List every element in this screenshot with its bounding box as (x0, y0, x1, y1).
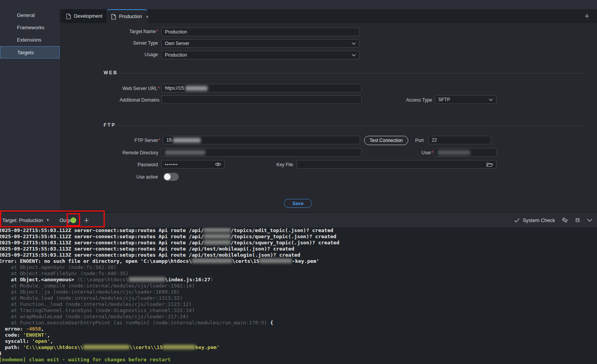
console-line: errno: -4058, (0, 326, 597, 332)
console-line: at Function._load (node:internal/modules… (0, 301, 597, 307)
console-line: } (0, 351, 597, 357)
settings-sidebar: General Frameworks Extensions Targets (0, 9, 60, 212)
use-active-label: Use active (81, 174, 158, 180)
ftp-server-input[interactable]: 15 (163, 136, 360, 144)
ftp-section-title: FTP (104, 122, 116, 128)
caret-down-icon: ▼ (46, 218, 50, 222)
redacted-value (438, 150, 470, 155)
target-name-input[interactable]: Production (161, 28, 359, 36)
console-line: at Object..js (node:internal/modules/cjs… (0, 289, 597, 295)
check-icon (514, 218, 520, 222)
console-line: path: 'C:\\xampp\\htdocs\\\\certs\\15key… (0, 344, 597, 351)
additional-domains-input[interactable] (161, 95, 362, 104)
redacted-value (83, 345, 129, 349)
bug-icon[interactable] (574, 217, 581, 224)
eye-icon[interactable] (215, 162, 221, 167)
chevron-down-icon (352, 42, 356, 45)
redacted-value (163, 345, 195, 349)
console-line: at wrapModuleLoad (node:internal/modules… (0, 314, 597, 320)
console-output: 2025-09-22T15:55:03.112Z server-connect:… (0, 227, 597, 363)
console-line: 2025-09-22T15:55:03.113Z server-connect:… (0, 240, 597, 246)
add-tab-button[interactable]: + (582, 12, 592, 21)
app-window: General Frameworks Extensions Targets De… (0, 0, 597, 364)
status-running-dot[interactable] (70, 217, 76, 223)
use-active-toggle[interactable] (163, 173, 179, 181)
web-section-title: WEB (104, 70, 118, 75)
user-input[interactable] (434, 148, 497, 157)
redacted-value (204, 228, 231, 232)
output-panel-header: Target: Production ▼ Output + System Che… (0, 212, 597, 227)
user-label: User* (402, 150, 433, 156)
redacted-value (204, 234, 231, 239)
key-file-label: Key File (255, 162, 293, 168)
sidebar-item-general[interactable]: General (0, 9, 60, 22)
console-line: 2025-09-22T15:55:03.112Z server-connect:… (0, 234, 597, 240)
chevron-down-icon (489, 99, 493, 101)
title-bar (0, 0, 597, 9)
target-selector-dropdown[interactable]: Target: Production ▼ (2, 217, 49, 223)
file-icon (111, 14, 116, 20)
console-line: at Object.openSync (node:fs:562:18) (0, 264, 597, 270)
required-mark: * (156, 29, 158, 34)
console-line: at Module._compile (node:internal/module… (0, 283, 597, 289)
redacted-value (204, 240, 231, 245)
access-type-label: Access Type (374, 97, 432, 103)
access-type-select[interactable]: SFTP (435, 95, 496, 104)
password-label: Password (81, 162, 158, 168)
collapse-panel-icon[interactable] (587, 219, 592, 222)
console-line: syscall: 'open', (0, 338, 597, 344)
sidebar-item-targets[interactable]: Targets (0, 46, 60, 58)
redacted-value (185, 86, 208, 91)
tab-development[interactable]: Development (62, 9, 107, 23)
console-line: [nodemon] clean exit - waiting for chang… (0, 357, 597, 363)
chevron-down-icon (352, 54, 356, 57)
section-divider (117, 73, 584, 73)
system-check-button[interactable]: System Check (514, 217, 555, 223)
server-type-select[interactable]: Own Server (161, 39, 359, 48)
web-server-url-label: Web Server URL* (82, 85, 159, 92)
redacted-value (192, 259, 232, 263)
usage-select[interactable]: Production (161, 51, 359, 59)
tab-production[interactable]: Production × (107, 9, 148, 23)
section-divider (114, 125, 584, 126)
add-output-button[interactable]: + (84, 215, 89, 225)
redacted-value (165, 150, 205, 155)
console-line: 2025-09-22T15:55:03.113Z server-connect:… (0, 246, 597, 252)
port-label: Port (401, 137, 424, 144)
required-mark: * (158, 86, 159, 91)
usage-label: Usage (81, 52, 158, 58)
console-line: at Object.readFileSync (node:fs:446:35) (0, 270, 597, 277)
ftp-server-label: FTP Server* (83, 137, 160, 144)
console-line: at Function.executeUserEntryPoint [as ru… (0, 320, 597, 326)
sidebar-item-extensions[interactable]: Extensions (0, 34, 60, 46)
file-icon (66, 13, 71, 19)
server-type-label: Server Type (81, 40, 158, 46)
remote-directory-input[interactable] (161, 148, 362, 157)
console-output-panel[interactable]: 2025-09-22T15:55:03.112Z server-connect:… (0, 227, 597, 364)
key-file-input[interactable] (297, 160, 496, 169)
console-line: 2025-09-22T15:55:03.113Z server-connect:… (0, 252, 597, 258)
eraser-icon[interactable] (561, 217, 568, 223)
tab-label: Development (74, 13, 102, 19)
redacted-value (173, 138, 201, 143)
redacted-value (129, 277, 165, 282)
remote-directory-label: Remote Directory (74, 150, 158, 156)
target-settings-form: Target Name* Production Server Type Own … (60, 23, 597, 212)
console-line: 2025-09-22T15:55:03.112Z server-connect:… (0, 227, 597, 234)
folder-open-icon[interactable] (486, 162, 493, 167)
additional-domains-label: Additional Domains (75, 97, 159, 103)
close-tab-icon[interactable]: × (146, 14, 149, 20)
required-mark: * (158, 138, 160, 143)
console-line: code: 'ENOENT', (0, 332, 597, 338)
port-input[interactable]: 22 (428, 136, 491, 144)
required-mark: * (431, 150, 433, 155)
console-line: at TracingChannel.traceSync (node:diagno… (0, 307, 597, 314)
toggle-knob (164, 174, 171, 180)
target-tab-bar: Development Production × + (60, 9, 597, 23)
web-server-url-input[interactable]: https://15 (161, 84, 362, 92)
redacted-value (259, 259, 292, 263)
save-button[interactable]: Save (284, 199, 312, 208)
console-line: at Module.load (node:internal/modules/cj… (0, 295, 597, 301)
sidebar-item-frameworks[interactable]: Frameworks (0, 22, 60, 34)
password-input[interactable]: ••••••• (161, 160, 225, 169)
